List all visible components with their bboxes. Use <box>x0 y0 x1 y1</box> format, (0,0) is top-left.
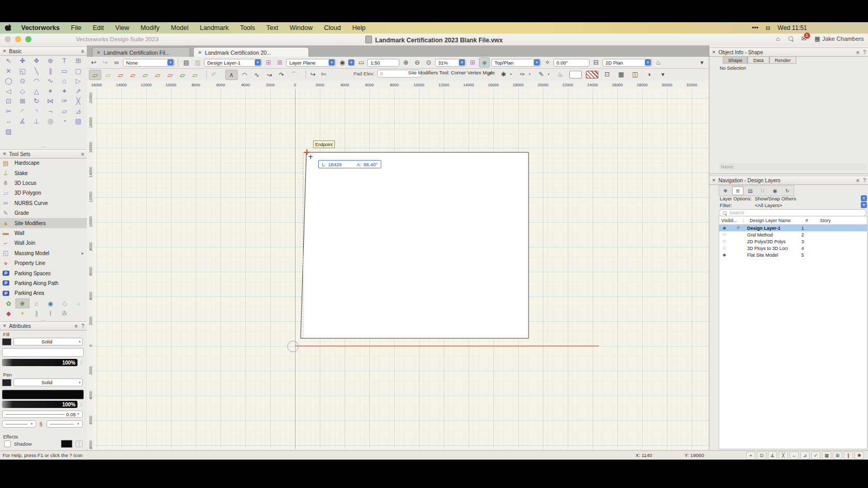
pen-opacity-bar[interactable]: 100% <box>2 401 78 408</box>
layer-row-flat-site-model[interactable]: ◉Flat Site Model5 <box>719 251 867 258</box>
landscape-category[interactable]: ✿ <box>2 298 16 308</box>
view-select[interactable]: Top/Plan▾ <box>491 59 541 67</box>
smart-points-icon[interactable]: ✓ <box>811 451 820 460</box>
visualization-select[interactable]: 2D Plan▾ <box>602 59 652 67</box>
apple-menu-icon[interactable] <box>0 24 16 32</box>
tool-set-item-grade[interactable]: ✎Grade <box>0 208 87 218</box>
layer-scale-field[interactable]: 1:50 <box>367 59 399 67</box>
layer-name[interactable]: 2D Polys/3D Polys <box>747 239 801 244</box>
callout-tool[interactable]: ⊞ <box>71 56 85 66</box>
tool-set-item-wall-join[interactable]: ⌐Wall Join <box>0 238 87 248</box>
document-tab[interactable]: ✕Landmark Certification Fil... <box>92 47 190 57</box>
tab-render[interactable]: Render <box>769 56 796 64</box>
chevron-down-icon[interactable]: ▾ <box>645 59 651 66</box>
layer-name[interactable]: 3D Ploys to 3D Loci <box>747 246 801 251</box>
grade-limits-icon[interactable]: ✎ <box>536 70 546 79</box>
tool-set-item-hardscape[interactable]: ▤Hardscape <box>0 158 87 168</box>
data-display-icon[interactable]: ▦ <box>616 70 626 79</box>
tool-set-item-3d-locus[interactable]: ⋔3D Locus <box>0 178 87 188</box>
double-line-tool[interactable]: ∥ <box>43 66 57 76</box>
menu-icon[interactable]: ≡ <box>81 151 84 157</box>
layer-row-2d-polys-3d-polys[interactable]: ∷2D Polys/3D Polys3 <box>719 238 867 245</box>
snap-distance-icon[interactable]: ↔ <box>789 451 799 460</box>
class-visibility-icon[interactable]: ⊞ <box>264 58 273 67</box>
dimension-tool[interactable]: ↔ <box>2 116 16 127</box>
filter-select[interactable]: ▾ <box>861 202 867 208</box>
tool-set-item-property-line[interactable]: ⋄Property Line <box>0 258 87 268</box>
tool-sets-header[interactable]: ✕Tool Sets≡ <box>0 149 87 159</box>
radius-vertex-icon[interactable]: ↷ <box>276 70 287 80</box>
cubic-vertex-icon[interactable]: ∿ <box>251 70 262 80</box>
line-weight-select[interactable]: 0.05▾ <box>2 411 83 418</box>
menu-vectorworks[interactable]: Vectorworks <box>16 24 65 32</box>
regular-polygon-tool[interactable]: ◇ <box>16 86 29 97</box>
edit-pencil-icon[interactable]: ✐ <box>730 226 747 230</box>
menu-clock[interactable]: Wed 11:51 <box>778 24 807 32</box>
object-visibility-select[interactable]: ◉ <box>337 58 347 67</box>
document-tab-active[interactable]: ✕Landmark Certification 20... <box>193 47 309 57</box>
column-visibility[interactable]: Visibil... <box>719 218 743 223</box>
bezier-vertex-icon[interactable]: ◠ <box>239 70 250 80</box>
clip-cube-icon[interactable]: ⊟ <box>591 58 601 67</box>
object-info-header[interactable]: ✕ Object Info - Shape ≡? <box>709 48 868 57</box>
protractor-tool[interactable]: ◔ <box>57 116 71 127</box>
forward-icon[interactable]: ↪ <box>100 58 110 67</box>
connect-combine-tool[interactable]: ¬ <box>43 106 57 117</box>
chevron-down-icon[interactable]: ▾ <box>528 72 533 76</box>
mail-icon[interactable]: ✉1 <box>801 35 807 42</box>
close-icon[interactable]: ✕ <box>0 49 9 54</box>
close-icon[interactable]: ✕ <box>709 178 719 183</box>
roller-tool[interactable]: ▨ <box>2 127 16 137</box>
visible-eye-icon[interactable]: ◉ <box>719 226 730 230</box>
line-end-style-select[interactable]: ▾ <box>47 420 83 428</box>
close-icon[interactable]: ✕ <box>709 50 719 55</box>
delete-tool[interactable]: ╳ <box>71 96 85 106</box>
snap-grid-icon[interactable]: ⌖ <box>746 451 755 460</box>
offset-tool[interactable]: ▱ <box>57 106 71 117</box>
chevron-down-icon[interactable]: ▾ <box>29 422 34 426</box>
rotate-tool[interactable]: ↻ <box>29 96 43 106</box>
boundary-options-icon[interactable]: ✑ <box>518 70 528 79</box>
texture-options-icon[interactable]: ✱ <box>499 70 508 79</box>
navigation-header[interactable]: ✕ Navigation - Design Layers ≡? <box>709 176 868 185</box>
polyline-2-tool[interactable]: ◁ <box>2 86 16 97</box>
snap-loci-icon[interactable]: ⊞ <box>833 451 842 460</box>
menu-help[interactable]: Help <box>347 24 371 32</box>
tab-shape[interactable]: Shape <box>723 56 748 64</box>
help-icon[interactable]: ? <box>863 50 866 55</box>
tool-set-item-nurbs-curve[interactable]: ∞NURBS Curve <box>0 198 87 208</box>
pen-tool[interactable]: ✑ <box>57 96 71 106</box>
menu-tools[interactable]: Tools <box>234 24 260 32</box>
snap-edge-icon[interactable]: ⊿ <box>800 451 810 460</box>
snap-intersection-icon[interactable]: ╳ <box>779 451 788 460</box>
layer-name[interactable]: Design Layer-1 <box>747 226 801 231</box>
spray-tool[interactable]: ✶ <box>43 86 57 97</box>
menu-text[interactable]: Text <box>261 24 284 32</box>
tool-set-item-parking-along-path[interactable]: PParking Along Path <box>0 278 87 288</box>
menu-icon[interactable]: ≡ <box>857 50 860 55</box>
tab-data[interactable]: Data <box>748 56 769 64</box>
arc-tool[interactable]: ◠ <box>29 76 43 86</box>
layer-row-design-layer-1[interactable]: ◉✐Design Layer-11 <box>719 225 867 231</box>
overflow-icon[interactable]: ▾ <box>658 70 668 79</box>
back-icon[interactable]: ↩ <box>89 58 99 67</box>
chevron-down-icon[interactable]: ▾ <box>508 72 514 76</box>
fill-swatch[interactable] <box>569 71 582 78</box>
menu-icon[interactable]: ≡ <box>81 49 84 54</box>
saved-view-select[interactable]: None▾ <box>123 59 175 67</box>
hidden-icon[interactable]: ∷ <box>719 246 730 250</box>
menu-icon[interactable]: ≡ <box>857 178 860 183</box>
zoom-out-icon[interactable]: ⊖ <box>412 58 422 67</box>
chevron-down-icon[interactable]: ▾ <box>329 59 335 66</box>
shadow-color-swatch[interactable] <box>61 440 72 448</box>
menu-window[interactable]: Window <box>284 24 318 32</box>
fill-color-swatch[interactable] <box>2 338 11 345</box>
pad-mode-8-icon[interactable]: ▱ <box>177 70 188 80</box>
tape-measure-tool[interactable]: ◎ <box>43 116 57 127</box>
pan-tool[interactable]: ✚ <box>16 56 29 66</box>
filter-value[interactable]: <All Layers> <box>755 202 782 208</box>
layer-name[interactable]: Flat Site Model <box>747 253 801 258</box>
multiple-view-panes-icon[interactable]: ⊞ <box>468 58 477 67</box>
zoom-level-select[interactable]: 31%▾ <box>435 59 466 67</box>
chevron-down-icon[interactable]: ▾ <box>348 59 354 66</box>
